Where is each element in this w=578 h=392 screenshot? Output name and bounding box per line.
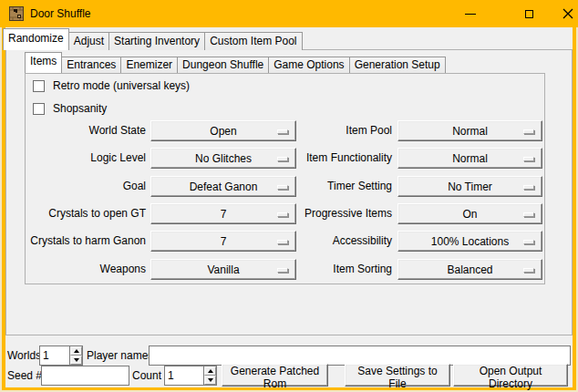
seed-input[interactable] — [41, 366, 129, 386]
minimize-button[interactable] — [453, 0, 488, 27]
item-pool-dropdown[interactable]: Normal — [397, 120, 542, 141]
item-sorting-label: Item Sorting — [274, 259, 392, 280]
maximize-button[interactable] — [511, 0, 546, 27]
dropdown-indicator-icon — [523, 157, 534, 161]
tab-dungeon-shuffle[interactable]: Dungeon Shuffle — [177, 57, 269, 73]
dropdown-value: 100% Locations — [431, 235, 509, 248]
up-arrow-icon — [208, 369, 213, 373]
spin-down-button[interactable] — [204, 376, 216, 385]
close-button[interactable] — [551, 0, 578, 27]
dropdown-indicator-icon — [523, 185, 534, 190]
dropdown-value: No Glitches — [195, 152, 252, 165]
tab-game-options[interactable]: Game Options — [268, 57, 349, 73]
window: Door Shuffle Randomize Adjust Starting I… — [0, 0, 578, 392]
checkbox-label: Shopsanity — [53, 102, 107, 115]
dropdown-indicator-icon — [523, 268, 534, 273]
spin-up-button[interactable] — [70, 346, 82, 356]
maximize-icon — [525, 10, 533, 18]
crystals-ganon-label: Crystals to harm Ganon — [0, 231, 146, 252]
timer-setting-label: Timer Setting — [274, 176, 392, 197]
count-input[interactable] — [165, 366, 203, 385]
generate-patched-rom-button[interactable]: Generate Patched Rom — [222, 364, 328, 387]
worlds-label: Worlds — [7, 346, 41, 366]
tab-starting-inventory[interactable]: Starting Inventory — [108, 32, 205, 50]
progressive-items-dropdown[interactable]: On — [397, 203, 542, 224]
dropdown-value: Normal — [452, 125, 488, 138]
titlebar[interactable]: Door Shuffle — [0, 0, 578, 27]
spin-down-button[interactable] — [70, 356, 82, 365]
count-spinbox — [164, 366, 217, 386]
accessibility-label: Accessibility — [274, 231, 392, 252]
up-down-arrows-icon — [203, 366, 216, 385]
open-output-directory-button[interactable]: Open Output Directory — [453, 364, 568, 387]
seed-label: Seed # — [7, 366, 42, 386]
item-pool-label: Item Pool — [274, 120, 392, 141]
up-arrow-icon — [74, 349, 79, 353]
worlds-input[interactable] — [40, 346, 69, 365]
logic-level-label: Logic Level — [0, 148, 146, 169]
spin-up-button[interactable] — [204, 366, 216, 376]
close-icon — [563, 8, 573, 19]
goal-label: Goal — [0, 176, 146, 197]
tab-items[interactable]: Items — [25, 52, 62, 73]
dropdown-indicator-icon — [523, 240, 534, 244]
window-title: Door Shuffle — [30, 0, 91, 27]
crystals-gt-label: Crystals to open GT — [0, 203, 146, 224]
worlds-spinbox — [39, 346, 83, 366]
weapons-label: Weapons — [0, 259, 146, 280]
dropdown-value: Defeat Ganon — [190, 181, 258, 193]
item-sorting-dropdown[interactable]: Balanced — [397, 259, 542, 280]
dropdown-value: Open — [210, 125, 236, 138]
save-settings-button[interactable]: Save Settings to File — [345, 364, 450, 387]
dropdown-value: 7 — [221, 208, 227, 221]
checkbox-retro-mode[interactable]: Retro mode (universal keys) — [33, 78, 190, 93]
down-arrow-icon — [74, 358, 79, 362]
door-icon — [9, 6, 24, 21]
up-down-arrows-icon — [69, 346, 82, 365]
timer-setting-dropdown[interactable]: No Timer — [397, 176, 542, 197]
progressive-items-label: Progressive Items — [274, 203, 392, 224]
player-names-label: Player names — [87, 346, 153, 366]
down-arrow-icon — [208, 378, 213, 382]
dropdown-value: No Timer — [448, 181, 492, 193]
checkbox-box — [33, 103, 45, 115]
checkbox-shopsanity[interactable]: Shopsanity — [33, 101, 107, 116]
player-names-input[interactable] — [149, 346, 571, 366]
main-tab-bar: Randomize Adjust Starting Inventory Cust… — [3, 30, 302, 50]
accessibility-dropdown[interactable]: 100% Locations — [397, 231, 542, 252]
dropdown-value: Normal — [452, 152, 488, 165]
item-functionality-label: Item Functionality — [274, 148, 392, 169]
count-label: Count — [132, 366, 161, 386]
dropdown-value: Balanced — [447, 263, 492, 276]
dropdown-value: On — [462, 208, 477, 221]
checkbox-label: Retro mode (universal keys) — [53, 79, 190, 92]
dropdown-value: Vanilla — [207, 263, 239, 276]
tab-enemizer[interactable]: Enemizer — [120, 57, 178, 73]
checkbox-box — [33, 80, 45, 92]
tab-randomize[interactable]: Randomize — [3, 28, 69, 50]
dropdown-value: 7 — [221, 235, 227, 248]
tab-generation-setup[interactable]: Generation Setup — [349, 57, 446, 73]
dropdown-indicator-icon — [523, 129, 534, 134]
item-functionality-dropdown[interactable]: Normal — [397, 148, 542, 169]
sub-tab-bar: Items Entrances Enemizer Dungeon Shuffle… — [25, 54, 445, 73]
tab-entrances[interactable]: Entrances — [61, 57, 121, 73]
tab-custom-item-pool[interactable]: Custom Item Pool — [204, 32, 302, 50]
minimize-icon — [465, 14, 476, 15]
dropdown-indicator-icon — [523, 212, 534, 217]
tab-adjust[interactable]: Adjust — [68, 32, 109, 50]
world-state-label: World State — [0, 120, 146, 141]
